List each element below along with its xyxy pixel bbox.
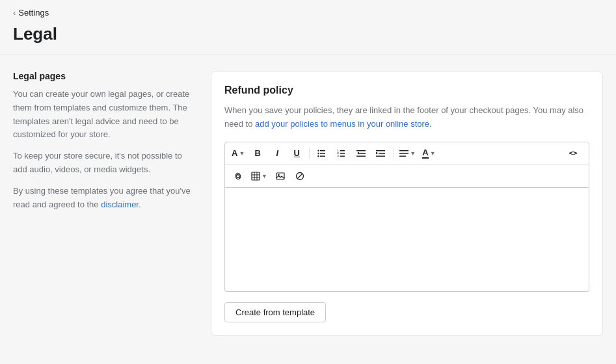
- image-button[interactable]: [271, 168, 289, 185]
- section-title: Refund policy: [224, 84, 589, 96]
- sidebar-paragraph2: To keep your store secure, it's not poss…: [13, 150, 195, 177]
- indent-increase-icon: [376, 149, 385, 158]
- toolbar-row-1: A ▼ B I U: [225, 142, 589, 165]
- sidebar-paragraph3-after: .: [139, 200, 141, 209]
- block-icon: [295, 172, 304, 181]
- toolbar-divider-1: [309, 148, 310, 159]
- svg-rect-23: [252, 172, 260, 180]
- sidebar-paragraph1: You can create your own legal pages, or …: [13, 88, 195, 142]
- svg-rect-8: [340, 155, 345, 157]
- table-icon: [251, 172, 260, 181]
- text-color-chevron-icon: ▼: [430, 150, 436, 157]
- align-chevron-icon: ▼: [410, 150, 416, 157]
- underline-label: U: [294, 148, 300, 158]
- svg-marker-19: [376, 151, 378, 154]
- svg-rect-7: [340, 153, 345, 154]
- svg-line-31: [297, 174, 302, 179]
- sidebar: Legal pages You can create your own lega…: [13, 71, 195, 219]
- svg-rect-13: [359, 153, 366, 154]
- svg-rect-21: [399, 153, 408, 154]
- editor-area[interactable]: [224, 188, 589, 292]
- svg-point-3: [318, 150, 319, 151]
- page-title: Legal: [13, 24, 603, 44]
- image-icon: [276, 172, 285, 181]
- create-from-template-button[interactable]: Create from template: [224, 302, 326, 322]
- svg-rect-17: [379, 153, 385, 154]
- back-chevron-icon: ‹: [13, 8, 16, 18]
- top-nav: ‹ Settings: [0, 0, 616, 18]
- italic-button[interactable]: I: [268, 145, 286, 162]
- align-icon: [399, 149, 408, 158]
- back-label: Settings: [18, 8, 49, 18]
- block-button[interactable]: [291, 168, 309, 185]
- toolbar: A ▼ B I U: [224, 142, 589, 188]
- sidebar-paragraph3: By using these templates you agree that …: [13, 185, 195, 212]
- create-from-template-label: Create from template: [235, 307, 315, 317]
- link-icon: [234, 172, 243, 181]
- svg-rect-16: [376, 150, 385, 151]
- page-header: Legal: [0, 18, 616, 55]
- link-button[interactable]: [229, 168, 247, 185]
- disclaimer-link[interactable]: disclaimer: [101, 200, 139, 209]
- align-dropdown[interactable]: ▼: [397, 145, 418, 162]
- text-color-label: A: [422, 148, 428, 159]
- unordered-list-button[interactable]: [313, 145, 331, 162]
- back-link[interactable]: ‹ Settings: [13, 8, 49, 18]
- svg-point-29: [278, 174, 279, 175]
- indent-decrease-icon: [356, 149, 366, 158]
- italic-label: I: [276, 148, 279, 158]
- svg-rect-6: [340, 150, 345, 151]
- svg-rect-20: [399, 150, 408, 151]
- svg-rect-12: [356, 150, 366, 151]
- policies-link[interactable]: add your policies to menus in your onlin…: [255, 119, 432, 129]
- table-dropdown[interactable]: ▼: [248, 168, 270, 185]
- svg-point-5: [318, 155, 319, 157]
- ordered-list-button[interactable]: 1. 2. 3.: [332, 145, 351, 162]
- underline-button[interactable]: U: [288, 145, 306, 162]
- font-chevron-icon: ▼: [239, 150, 245, 157]
- indent-decrease-button[interactable]: [352, 145, 370, 162]
- indent-increase-button[interactable]: [371, 145, 390, 162]
- font-dropdown[interactable]: A ▼: [229, 145, 247, 162]
- sidebar-title: Legal pages: [13, 71, 195, 81]
- ordered-list-icon: 1. 2. 3.: [337, 149, 346, 158]
- description-text: When you save your policies, they are li…: [224, 104, 589, 131]
- table-chevron-icon: ▼: [261, 173, 267, 179]
- svg-rect-2: [320, 155, 325, 157]
- text-color-dropdown[interactable]: A ▼: [420, 145, 438, 162]
- toolbar-row-2: ▼: [225, 165, 589, 187]
- font-label: A: [232, 148, 237, 158]
- svg-rect-1: [320, 153, 325, 154]
- bold-label: B: [255, 148, 261, 158]
- svg-rect-0: [320, 150, 325, 151]
- svg-rect-28: [276, 173, 284, 179]
- unordered-list-icon: [317, 149, 327, 158]
- svg-point-4: [318, 152, 319, 153]
- svg-rect-22: [399, 155, 406, 157]
- toolbar-divider-2: [393, 148, 394, 159]
- svg-marker-15: [357, 151, 359, 154]
- source-code-button[interactable]: <>: [561, 145, 585, 162]
- page-wrapper: ‹ Settings Legal Legal pages You can cre…: [0, 0, 616, 364]
- source-code-icon: <>: [569, 149, 577, 157]
- svg-rect-14: [356, 155, 366, 157]
- svg-rect-18: [376, 155, 385, 157]
- bold-button[interactable]: B: [248, 145, 267, 162]
- svg-text:3.: 3.: [338, 154, 340, 157]
- content-area: Legal pages You can create your own lega…: [0, 55, 616, 352]
- main-content: Refund policy When you save your policie…: [211, 71, 603, 336]
